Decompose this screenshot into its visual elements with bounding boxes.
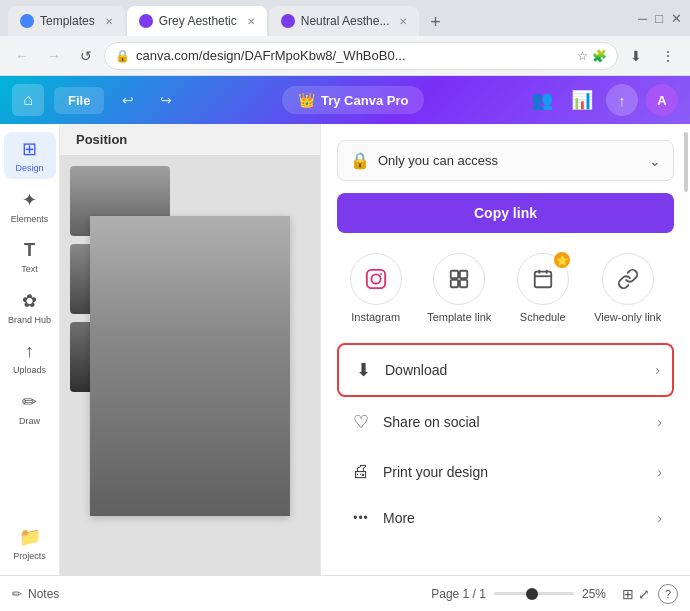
share-option-view-only[interactable]: View-only link xyxy=(594,253,661,323)
try-canva-pro-label: Try Canva Pro xyxy=(321,93,408,108)
more-row[interactable]: ••• More › xyxy=(337,496,674,540)
share-option-schedule[interactable]: ⭐ Schedule xyxy=(517,253,569,323)
canvas-image xyxy=(90,216,290,516)
template-link-icon xyxy=(433,253,485,305)
copy-link-button[interactable]: Copy link xyxy=(337,193,674,233)
close-button[interactable]: ✕ xyxy=(671,11,682,26)
left-sidebar: ⊞ Design ✦ Elements T Text ✿ Brand Hub ↑ xyxy=(0,124,60,575)
tab-icon-grey xyxy=(139,14,153,28)
instagram-label: Instagram xyxy=(351,311,400,323)
tab-templates[interactable]: Templates ✕ xyxy=(8,6,125,36)
notes-button[interactable]: ✏ Notes xyxy=(12,587,59,601)
canvas-design xyxy=(90,216,290,516)
sidebar-label-uploads: Uploads xyxy=(13,365,46,375)
home-button[interactable]: ⌂ xyxy=(12,84,44,116)
zoom-slider[interactable] xyxy=(494,592,574,595)
access-row[interactable]: 🔒 Only you can access ⌄ xyxy=(337,140,674,181)
zoom-slider-area: 25% xyxy=(494,587,606,601)
collaborators-button[interactable]: 👥 xyxy=(526,84,558,116)
position-label: Position xyxy=(76,132,127,147)
tab-icon-templates xyxy=(20,14,34,28)
share-button[interactable]: ↑ xyxy=(606,84,638,116)
lock-icon: 🔒 xyxy=(350,151,370,170)
brand-hub-icon: ✿ xyxy=(22,290,37,312)
panel-scrollbar[interactable] xyxy=(682,124,690,575)
tab-close-grey[interactable]: ✕ xyxy=(247,16,255,27)
new-tab-button[interactable]: + xyxy=(421,8,449,36)
share-option-instagram[interactable]: Instagram xyxy=(350,253,402,323)
sidebar-item-brand-hub[interactable]: ✿ Brand Hub xyxy=(4,284,56,331)
help-button[interactable]: ? xyxy=(658,584,678,604)
svg-rect-5 xyxy=(451,280,458,287)
download-row-left: ⬇ Download xyxy=(351,359,447,381)
action-rows: ⬇ Download › ♡ Share on social › xyxy=(337,343,674,540)
share-option-template-link[interactable]: Template link xyxy=(427,253,491,323)
more-label: More xyxy=(383,510,415,526)
print-row[interactable]: 🖨 Print your design › xyxy=(337,447,674,496)
reload-button[interactable]: ↺ xyxy=(72,42,100,70)
share-social-row[interactable]: ♡ Share on social › xyxy=(337,397,674,447)
tab-close-templates[interactable]: ✕ xyxy=(105,16,113,27)
access-left: 🔒 Only you can access xyxy=(350,151,498,170)
fullscreen-button[interactable]: ⤢ xyxy=(638,586,650,602)
browser-menu-icon[interactable]: ⋮ xyxy=(654,42,682,70)
tab-neutral-aesthetic[interactable]: Neutral Aesthe... ✕ xyxy=(269,6,420,36)
notes-icon: ✏ xyxy=(12,587,22,601)
maximize-button[interactable]: □ xyxy=(655,11,663,26)
share-social-chevron-icon: › xyxy=(657,414,662,430)
minimize-button[interactable]: ─ xyxy=(638,11,647,26)
canvas-content[interactable] xyxy=(60,156,320,575)
ssl-lock-icon: 🔒 xyxy=(115,49,130,63)
print-row-left: 🖨 Print your design xyxy=(349,461,488,482)
sidebar-item-uploads[interactable]: ↑ Uploads xyxy=(4,335,56,381)
file-menu-button[interactable]: File xyxy=(54,87,104,114)
address-bar[interactable]: 🔒 canva.com/design/DAFrMpoKbw8/_WhBoB0..… xyxy=(104,42,618,70)
draw-icon: ✏ xyxy=(22,391,37,413)
share-options-row: Instagram xyxy=(337,245,674,331)
forward-button[interactable]: → xyxy=(40,42,68,70)
svg-rect-4 xyxy=(460,271,467,278)
svg-rect-0 xyxy=(367,270,385,288)
address-actions: ☆ 🧩 xyxy=(577,49,607,63)
undo-button[interactable]: ↩ xyxy=(114,86,142,114)
bookmark-icon[interactable]: ☆ xyxy=(577,49,588,63)
design-icon: ⊞ xyxy=(22,138,37,160)
print-chevron-icon: › xyxy=(657,464,662,480)
download-row[interactable]: ⬇ Download › xyxy=(337,343,674,397)
sidebar-item-projects[interactable]: 📁 Projects xyxy=(4,520,56,567)
back-button[interactable]: ← xyxy=(8,42,36,70)
try-canva-pro-button[interactable]: 👑 Try Canva Pro xyxy=(282,86,424,114)
download-icon: ⬇ xyxy=(351,359,375,381)
sidebar-item-design[interactable]: ⊞ Design xyxy=(4,132,56,179)
sidebar-label-draw: Draw xyxy=(19,416,40,426)
extensions-icon[interactable]: 🧩 xyxy=(592,49,607,63)
sidebar-item-elements[interactable]: ✦ Elements xyxy=(4,183,56,230)
canvas-preview-area: Position xyxy=(60,124,320,575)
scrollbar-thumb xyxy=(684,132,688,192)
main-content: ⊞ Design ✦ Elements T Text ✿ Brand Hub ↑ xyxy=(0,124,690,575)
tab-group: Templates ✕ Grey Aesthetic ✕ Neutral Aes… xyxy=(8,0,449,36)
sidebar-item-draw[interactable]: ✏ Draw xyxy=(4,385,56,432)
sidebar-label-elements: Elements xyxy=(11,214,49,224)
avatar-button[interactable]: A xyxy=(646,84,678,116)
download-icon[interactable]: ⬇ xyxy=(622,42,650,70)
tab-close-neutral[interactable]: ✕ xyxy=(399,16,407,27)
view-only-link-label: View-only link xyxy=(594,311,661,323)
grid-view-button[interactable]: ⊞ xyxy=(622,586,634,602)
canvas-top-bar: Position xyxy=(60,124,320,156)
tab-grey-aesthetic[interactable]: Grey Aesthetic ✕ xyxy=(127,6,267,36)
browser-toolbar-right: ⬇ ⋮ xyxy=(622,42,682,70)
view-buttons: ⊞ ⤢ xyxy=(622,586,650,602)
svg-rect-3 xyxy=(451,271,458,278)
panel-scroll-area: 🔒 Only you can access ⌄ Copy link xyxy=(321,124,690,575)
sidebar-label-design: Design xyxy=(15,163,43,173)
address-text: canva.com/design/DAFrMpoKbw8/_WhBoB0... xyxy=(136,48,571,63)
tab-label-neutral: Neutral Aesthe... xyxy=(301,14,390,28)
analytics-button[interactable]: 📊 xyxy=(566,84,598,116)
redo-button[interactable]: ↪ xyxy=(152,86,180,114)
sidebar-item-text[interactable]: T Text xyxy=(4,234,56,280)
share-panel: 🔒 Only you can access ⌄ Copy link xyxy=(320,124,690,575)
tab-icon-neutral xyxy=(281,14,295,28)
browser-frame: Templates ✕ Grey Aesthetic ✕ Neutral Aes… xyxy=(0,0,690,611)
more-row-left: ••• More xyxy=(349,510,415,526)
